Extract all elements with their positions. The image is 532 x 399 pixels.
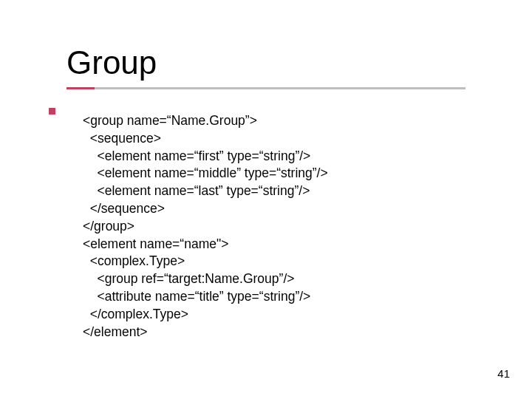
code-line: <element name=“middle” type=“string”/> (83, 166, 328, 180)
code-line: </group> (83, 219, 134, 233)
code-line: <group name=“Name.Group”> (83, 113, 257, 128)
bullet-square-icon (49, 108, 55, 115)
page-number: 41 (497, 367, 510, 380)
code-block: <group name=“Name.Group”> <sequence> <el… (83, 112, 532, 341)
code-line: </complex.Type> (83, 307, 188, 321)
code-line: </sequence> (83, 201, 165, 216)
code-line: <attribute name=“title” type=“string”/> (83, 289, 310, 304)
slide: Group <group name=“Name.Group”> <sequenc… (0, 0, 532, 399)
code-line: <element name=“name"> (83, 236, 228, 251)
underline-grey (66, 87, 466, 89)
code-line: <sequence> (83, 131, 161, 146)
underline-accent (66, 87, 95, 89)
code-line: <element name=“first” type=“string”/> (83, 149, 310, 163)
code-line: <element name=“last” type=“string”/> (83, 183, 310, 198)
title-underline (66, 87, 466, 90)
title-wrap: Group (66, 44, 532, 90)
code-line: </element> (83, 324, 148, 339)
code-line: <complex.Type> (83, 253, 185, 268)
code-line: <group ref=“target:Name.Group”/> (83, 271, 294, 286)
slide-title: Group (66, 44, 532, 87)
